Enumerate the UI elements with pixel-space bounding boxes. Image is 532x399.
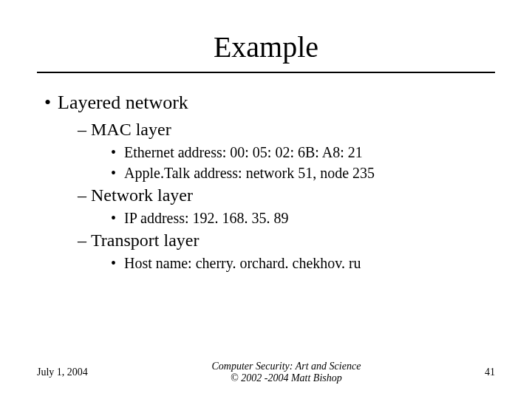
bullet-dot-icon: • [44,92,58,114]
level3-text: IP address: 192. 168. 35. 89 [124,210,289,226]
bullet-level3: •Host name: cherry. orchard. chekhov. ru [111,255,495,272]
bullet-level2: –Network layer [78,185,495,205]
footer-center-line2: © 2002 -2004 Matt Bishop [211,372,361,384]
bullet-dot-icon: • [111,210,124,227]
bullet-dot-icon: • [111,165,124,182]
bullet-dot-icon: • [111,255,124,272]
level3-text: Host name: cherry. orchard. chekhov. ru [124,255,361,271]
footer-center-line1: Computer Security: Art and Science [211,361,361,372]
footer-date: July 1, 2004 [37,366,88,378]
bullet-level1: •Layered network [44,92,495,114]
level2-text: Network layer [91,185,193,205]
bullet-level3: •Apple.Talk address: network 51, node 23… [111,165,495,182]
dash-icon: – [78,120,91,140]
level3-text: Ethernet address: 00: 05: 02: 6B: A8: 21 [124,144,363,160]
level3-text: Apple.Talk address: network 51, node 235 [124,165,375,181]
title-underline [37,72,495,73]
level1-text: Layered network [58,92,188,113]
bullet-dot-icon: • [111,144,124,161]
level2-text: Transport layer [91,231,199,250]
slide-title: Example [37,30,495,64]
footer: July 1, 2004 Computer Security: Art and … [0,361,532,384]
footer-center: Computer Security: Art and Science © 200… [211,361,361,384]
bullet-level3: •Ethernet address: 00: 05: 02: 6B: A8: 2… [111,144,495,161]
dash-icon: – [78,185,91,205]
footer-page-number: 41 [485,366,495,378]
bullet-level2: –MAC layer [78,120,495,140]
level2-text: MAC layer [91,120,171,139]
dash-icon: – [78,231,91,250]
bullet-level3: •IP address: 192. 168. 35. 89 [111,210,495,227]
bullet-level2: –Transport layer [78,231,495,250]
